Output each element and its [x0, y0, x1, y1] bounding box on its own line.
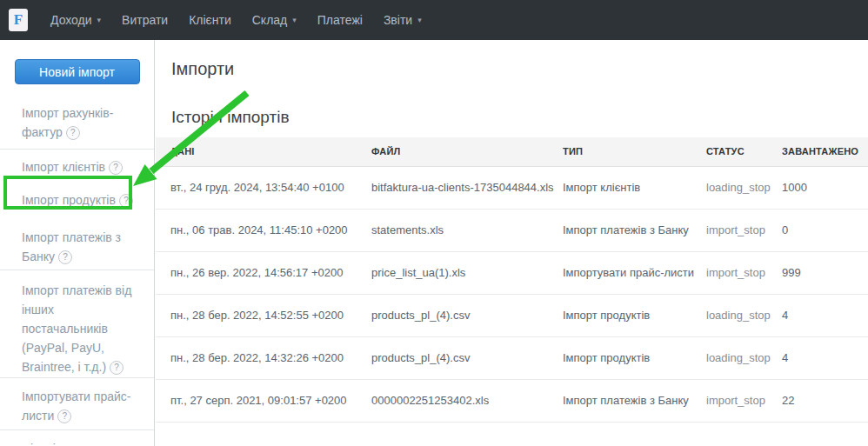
cell-loaded: 4	[767, 336, 868, 379]
app-logo[interactable]: F	[9, 9, 28, 31]
cell-date: пн., 26 вер. 2022, 14:56:17 +0200	[156, 251, 357, 294]
help-icon[interactable]: ?	[110, 361, 124, 375]
nav-item-warehouse[interactable]: Склад ▾	[242, 0, 307, 40]
table-row[interactable]: пн., 06 трав. 2024, 11:45:10 +0200 state…	[156, 209, 868, 251]
cell-status: import_stop	[691, 251, 767, 294]
table-row[interactable]: пн., 28 бер. 2022, 14:32:26 +0200 produc…	[156, 336, 868, 379]
cell-file: products_pl_(4).csv	[357, 336, 548, 379]
nav-item-payments[interactable]: Платежі	[307, 0, 373, 40]
cell-date: пт., 27 серп. 2021, 09:01:57 +0200	[156, 379, 357, 422]
sidebar-item-label: Імпорт клієнтів	[22, 160, 105, 174]
nav-item-label: Склад	[252, 13, 288, 27]
cell-status: import_stop	[691, 209, 767, 251]
main-content: Імпорти Історія імпортів ДАНІ ФАЙЛ ТИП С…	[156, 40, 868, 446]
cell-file: 0000002251253402.xls	[357, 379, 548, 422]
cell-type: Імпорт продуктів	[548, 336, 691, 379]
cell-type: Імпорт продуктів	[548, 294, 691, 336]
table-row[interactable]: пн., 28 бер. 2022, 14:52:55 +0200 produc…	[156, 294, 868, 336]
nav-item-label: Платежі	[317, 13, 363, 27]
cell-type: Імпорт клієнтів	[548, 166, 691, 209]
sidebar-item-label: Імпорт продуктів	[22, 193, 116, 207]
help-icon[interactable]: ?	[66, 126, 80, 140]
cell-date: вт., 24 груд. 2024, 13:54:40 +0100	[156, 166, 357, 209]
cell-loaded: 999	[767, 251, 868, 294]
column-header-file: ФАЙЛ	[357, 137, 548, 166]
sidebar-item-import-products[interactable]: Імпорт продуктів?	[0, 184, 154, 217]
cell-type: Імпортувати прайс-листи	[548, 251, 691, 294]
cell-file: products_pl_(4).csv	[357, 294, 548, 336]
cell-status: loading_stop	[691, 166, 767, 209]
chevron-down-icon: ▾	[97, 17, 102, 24]
cell-file: bitfaktura-ua-clients-1735044844.xls	[357, 166, 548, 209]
cell-date: пн., 06 трав. 2024, 11:45:10 +0200	[156, 209, 357, 251]
sidebar-item-label: więcej	[22, 442, 56, 446]
new-import-button[interactable]: Новий імпорт	[15, 59, 140, 84]
sidebar-item-import-other-providers[interactable]: Імпорт платежів від інших постачальників…	[0, 270, 154, 378]
chevron-down-icon: ▾	[292, 17, 297, 24]
page-title: Імпорти	[171, 59, 868, 79]
table-row[interactable]: пт., 27 серп. 2021, 09:01:57 +0200 00000…	[156, 379, 868, 422]
column-header-type: ТИП	[548, 137, 691, 166]
nav-item-expenses[interactable]: Витрати	[111, 0, 178, 40]
chevron-down-icon: ▾	[417, 17, 422, 24]
help-icon[interactable]: ?	[119, 194, 133, 208]
column-header-status: СТАТУС	[691, 137, 767, 166]
sidebar-item-import-invoices[interactable]: Імпорт рахунків-фактур?	[0, 94, 154, 150]
help-icon[interactable]: ?	[58, 250, 72, 264]
cell-status: import_stop	[691, 379, 767, 422]
cell-date: пн., 28 бер. 2022, 14:32:26 +0200	[156, 336, 357, 379]
cell-type: Імпорт платежів з Банку	[548, 209, 691, 251]
nav-item-incomes[interactable]: Доходи ▾	[40, 0, 111, 40]
nav-item-clients[interactable]: Клієнти	[178, 0, 242, 40]
section-title: Історія імпортів	[171, 108, 868, 127]
table-header-row: ДАНІ ФАЙЛ ТИП СТАТУС ЗАВАНТАЖЕНО	[156, 137, 868, 166]
main-menu: Доходи ▾ Витрати Клієнти Склад ▾ Платежі…	[40, 0, 432, 40]
cell-loaded: 1000	[767, 166, 868, 209]
nav-item-label: Клієнти	[189, 13, 231, 27]
table-row[interactable]: пн., 26 вер. 2022, 14:56:17 +0200 price_…	[156, 251, 868, 294]
cell-loaded: 4	[767, 294, 868, 336]
sidebar-import-links: Імпорт рахунків-фактур? Імпорт клієнтів?…	[0, 94, 154, 446]
cell-file: statements.xls	[357, 209, 548, 251]
column-header-loaded: ЗАВАНТАЖЕНО	[767, 137, 868, 166]
nav-item-reports[interactable]: Звіти ▾	[373, 0, 432, 40]
cell-date: пн., 28 бер. 2022, 14:52:55 +0200	[156, 294, 357, 336]
sidebar-item-label: Імпортувати прайс-листи	[22, 389, 130, 423]
cell-loaded: 22	[767, 379, 868, 422]
table-row[interactable]: вт., 24 груд. 2024, 13:54:40 +0100 bitfa…	[156, 166, 868, 209]
nav-item-label: Витрати	[122, 13, 168, 27]
sidebar-item-import-bank-payments[interactable]: Імпорт платежів з Банку?	[0, 217, 154, 270]
cell-loaded: 0	[767, 209, 868, 251]
sidebar: Новий імпорт Імпорт рахунків-фактур? Імп…	[0, 40, 155, 446]
app-logo-letter: F	[14, 11, 23, 29]
help-icon[interactable]: ?	[57, 409, 71, 423]
column-header-date: ДАНІ	[156, 137, 357, 166]
cell-type: Імпорт платежів з Банку	[548, 379, 691, 422]
help-icon[interactable]: ?	[109, 161, 123, 175]
cell-file: price_list_ua(1).xls	[357, 251, 548, 294]
imports-history-table: ДАНІ ФАЙЛ ТИП СТАТУС ЗАВАНТАЖЕНО вт., 24…	[156, 137, 868, 423]
top-navbar: F Доходи ▾ Витрати Клієнти Склад ▾ Плате…	[0, 0, 868, 40]
nav-item-label: Звіти	[384, 13, 412, 27]
cell-status: loading_stop	[691, 294, 767, 336]
sidebar-item-more[interactable]: więcej	[0, 430, 154, 446]
sidebar-item-import-price-lists[interactable]: Імпортувати прайс-листи?	[0, 378, 154, 430]
nav-item-label: Доходи	[50, 13, 92, 27]
sidebar-item-import-clients[interactable]: Імпорт клієнтів?	[0, 150, 154, 184]
cell-status: loading_stop	[691, 336, 767, 379]
